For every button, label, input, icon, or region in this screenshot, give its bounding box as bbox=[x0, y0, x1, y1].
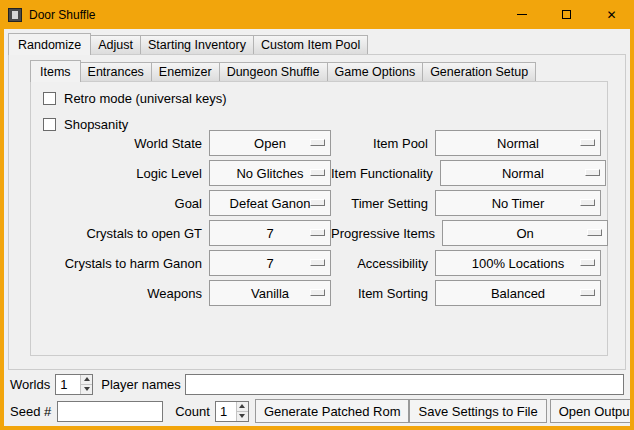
form-row: Crystals to open GT 7 Progressive Items … bbox=[31, 220, 607, 246]
checkbox-icon bbox=[43, 92, 56, 105]
menu-indicator-icon bbox=[580, 199, 595, 206]
item-pool-label: Item Pool bbox=[331, 136, 435, 151]
goal-label: Goal bbox=[31, 196, 209, 211]
menu-indicator-icon bbox=[310, 169, 325, 176]
generate-patched-rom-button[interactable]: Generate Patched Rom bbox=[255, 399, 410, 423]
tab-dungeon-shuffle[interactable]: Dungeon Shuffle bbox=[219, 62, 328, 81]
count-spinbox-down-button[interactable] bbox=[237, 412, 248, 421]
menu-indicator-icon bbox=[585, 169, 600, 176]
worlds-spinbox-down-button[interactable] bbox=[81, 385, 92, 394]
accessibility-label: Accessibility bbox=[331, 256, 435, 271]
worlds-label: Worlds bbox=[10, 377, 50, 392]
form-row: Goal Defeat Ganon Timer Setting No Timer bbox=[31, 190, 607, 216]
menu-indicator-icon bbox=[580, 139, 595, 146]
tab-custom-item-pool[interactable]: Custom Item Pool bbox=[253, 35, 368, 54]
menu-indicator-icon bbox=[310, 289, 325, 296]
app-icon bbox=[8, 8, 22, 22]
item-functionality-dropdown[interactable]: Normal bbox=[440, 160, 606, 186]
options-form: World State Open Item Pool Normal Logic … bbox=[31, 130, 607, 310]
form-row: Crystals to harm Ganon 7 Accessibility 1… bbox=[31, 250, 607, 276]
arrow-down-icon bbox=[239, 414, 245, 418]
tab-items[interactable]: Items bbox=[30, 60, 81, 82]
timer-setting-dropdown[interactable]: No Timer bbox=[435, 190, 601, 216]
player-names-label: Player names bbox=[101, 377, 180, 392]
accessibility-dropdown[interactable]: 100% Locations bbox=[435, 250, 601, 276]
seed-input[interactable] bbox=[57, 401, 163, 422]
progressive-items-dropdown[interactable]: On bbox=[442, 220, 608, 246]
client-area: Randomize Adjust Starting Inventory Cust… bbox=[4, 29, 630, 426]
window-title: Door Shuffle bbox=[29, 8, 96, 22]
menu-indicator-icon bbox=[310, 259, 325, 266]
count-spinbox[interactable]: 1 bbox=[215, 401, 249, 422]
menu-indicator-icon bbox=[580, 259, 595, 266]
inner-tab-bar: Items Entrances Enemizer Dungeon Shuffle… bbox=[30, 59, 536, 81]
logic-level-label: Logic Level bbox=[31, 166, 209, 181]
maximize-button[interactable] bbox=[544, 0, 589, 29]
menu-indicator-icon bbox=[580, 289, 595, 296]
menu-indicator-icon bbox=[587, 229, 602, 236]
menu-indicator-icon bbox=[310, 199, 325, 206]
weapons-dropdown[interactable]: Vanilla bbox=[209, 280, 331, 306]
timer-setting-label: Timer Setting bbox=[331, 196, 435, 211]
open-output-directory-button[interactable]: Open Output Directory bbox=[550, 399, 630, 423]
tab-game-options[interactable]: Game Options bbox=[327, 62, 424, 81]
player-names-input[interactable] bbox=[185, 374, 624, 395]
checkbox-icon bbox=[43, 118, 56, 131]
tab-adjust[interactable]: Adjust bbox=[90, 35, 141, 54]
item-sorting-dropdown[interactable]: Balanced bbox=[435, 280, 601, 306]
minimize-icon bbox=[517, 14, 527, 15]
generate-row: Seed # Count 1 Generate Patched Rom Save… bbox=[10, 399, 626, 423]
tab-generation-setup[interactable]: Generation Setup bbox=[422, 62, 536, 81]
items-pane: Retro mode (universal keys) Shopsanity W… bbox=[30, 81, 608, 356]
world-state-label: World State bbox=[31, 136, 209, 151]
count-label: Count bbox=[175, 404, 210, 419]
menu-indicator-icon bbox=[310, 139, 325, 146]
window: Door Shuffle ✕ Randomize Adjust Starting… bbox=[0, 0, 634, 430]
crystals-open-gt-label: Crystals to open GT bbox=[31, 226, 209, 241]
seed-label: Seed # bbox=[10, 404, 51, 419]
form-row: Weapons Vanilla Item Sorting Balanced bbox=[31, 280, 607, 306]
arrow-down-icon bbox=[84, 387, 90, 391]
tab-randomize[interactable]: Randomize bbox=[8, 33, 91, 55]
worlds-row: Worlds 1 Player names bbox=[10, 373, 626, 395]
tab-starting-inventory[interactable]: Starting Inventory bbox=[140, 35, 254, 54]
form-row: World State Open Item Pool Normal bbox=[31, 130, 607, 156]
world-state-dropdown[interactable]: Open bbox=[209, 130, 331, 156]
minimize-button[interactable] bbox=[499, 0, 544, 29]
save-settings-button[interactable]: Save Settings to File bbox=[409, 399, 546, 423]
checkbox-label: Retro mode (universal keys) bbox=[64, 91, 227, 106]
item-functionality-label: Item Functionality bbox=[331, 166, 440, 181]
count-spinbox-up-button[interactable] bbox=[237, 402, 248, 412]
tab-entrances[interactable]: Entrances bbox=[80, 62, 152, 81]
titlebar[interactable]: Door Shuffle ✕ bbox=[0, 0, 634, 29]
crystals-open-gt-dropdown[interactable]: 7 bbox=[209, 220, 331, 246]
item-pool-dropdown[interactable]: Normal bbox=[435, 130, 601, 156]
tab-enemizer[interactable]: Enemizer bbox=[151, 62, 220, 81]
worlds-spinbox[interactable]: 1 bbox=[55, 374, 93, 395]
window-controls: ✕ bbox=[499, 0, 634, 29]
weapons-label: Weapons bbox=[31, 286, 209, 301]
menu-indicator-icon bbox=[310, 229, 325, 236]
close-icon: ✕ bbox=[606, 9, 616, 21]
randomize-pane: Items Entrances Enemizer Dungeon Shuffle… bbox=[8, 54, 626, 370]
progressive-items-label: Progressive Items bbox=[331, 226, 442, 241]
goal-dropdown[interactable]: Defeat Ganon bbox=[209, 190, 331, 216]
outer-tab-bar: Randomize Adjust Starting Inventory Cust… bbox=[8, 32, 368, 54]
item-sorting-label: Item Sorting bbox=[331, 286, 435, 301]
retro-mode-checkbox[interactable]: Retro mode (universal keys) bbox=[43, 90, 607, 106]
arrow-up-icon bbox=[84, 377, 90, 381]
form-row: Logic Level No Glitches Item Functionali… bbox=[31, 160, 607, 186]
maximize-icon bbox=[562, 10, 571, 19]
crystals-harm-ganon-label: Crystals to harm Ganon bbox=[31, 256, 209, 271]
close-button[interactable]: ✕ bbox=[589, 0, 634, 29]
arrow-up-icon bbox=[239, 404, 245, 408]
crystals-harm-ganon-dropdown[interactable]: 7 bbox=[209, 250, 331, 276]
logic-level-dropdown[interactable]: No Glitches bbox=[209, 160, 331, 186]
worlds-spinbox-up-button[interactable] bbox=[81, 375, 92, 385]
